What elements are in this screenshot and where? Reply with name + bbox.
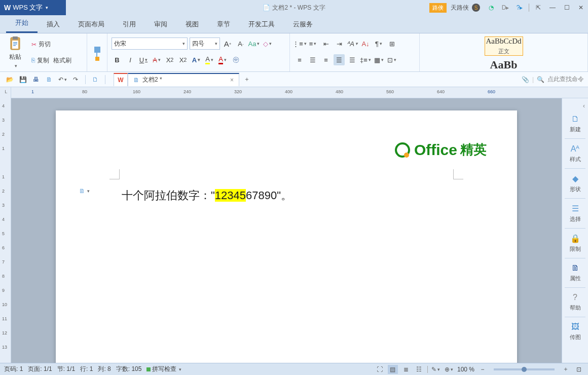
redo-button[interactable]: ↷ — [70, 74, 81, 85]
rsidebar-item-3[interactable]: ☰选择 — [562, 200, 588, 227]
menu-tab-6[interactable]: 章节 — [208, 16, 239, 33]
print-button[interactable]: 🖶 — [30, 74, 42, 85]
shrink-font-button[interactable]: A- — [235, 38, 246, 49]
font-color-button[interactable]: A▾ — [217, 54, 228, 65]
zoom-value[interactable]: 100 % — [457, 366, 474, 373]
grow-font-button[interactable]: A+ — [222, 38, 233, 49]
highlight-button[interactable]: A▾ — [204, 54, 215, 65]
badge[interactable]: 路侠 — [429, 3, 447, 13]
user-avatar-icon[interactable]: S — [472, 4, 480, 12]
view-fullscreen-button[interactable]: ⛶ — [375, 365, 385, 374]
status-charcount[interactable]: 字数: 105 — [116, 365, 142, 373]
superscript-button[interactable]: X2 — [164, 54, 175, 65]
increase-indent-button[interactable]: ⇥ — [334, 38, 345, 49]
canvas-area[interactable]: Office 精英 🗎▾ 十个阿拉伯数字："1234567890"。 — [11, 98, 562, 363]
rsidebar-item-5[interactable]: 🗎属性 — [562, 259, 588, 286]
sort-button[interactable]: A↓ — [360, 38, 371, 49]
rsidebar-item-6[interactable]: ?帮助 — [562, 289, 588, 316]
shading-button[interactable]: ▦▾ — [373, 54, 384, 65]
vertical-ruler[interactable]: 432112345678910111213 — [0, 98, 11, 363]
zoom-out-button[interactable]: − — [477, 365, 488, 374]
open-button[interactable]: 📂 — [4, 74, 15, 85]
status-section[interactable]: 节: 1/1 — [57, 365, 75, 373]
subscript-button[interactable]: X2 — [177, 54, 189, 65]
paste-button[interactable]: 粘贴 ▾ — [3, 36, 27, 68]
view-print-layout-button[interactable]: ▤ — [388, 365, 398, 374]
rsidebar-item-1[interactable]: Aᴬ样式 — [562, 140, 588, 167]
cloud-sync-icon[interactable]: ◔ — [484, 0, 498, 15]
cut-button[interactable]: ✂剪切 — [31, 39, 84, 50]
export-icon[interactable]: ⇱ — [531, 0, 545, 15]
undo-button[interactable]: ↶▾ — [57, 74, 68, 85]
close-button[interactable]: ✕ — [574, 0, 588, 15]
change-case-button[interactable]: Aa▾ — [248, 38, 260, 49]
view-web-button[interactable]: ☷ — [414, 365, 424, 374]
show-marks-button[interactable]: ¶▾ — [373, 38, 384, 49]
status-spellcheck[interactable]: 拼写检查▾ — [146, 365, 181, 373]
help-title-icon[interactable]: ?▸ — [512, 0, 527, 15]
rsidebar-item-2[interactable]: ◆形状 — [562, 170, 588, 197]
status-row[interactable]: 行: 1 — [80, 365, 93, 373]
new-tab-button[interactable]: ＋ — [241, 74, 252, 85]
menu-tab-8[interactable]: 云服务 — [284, 16, 322, 33]
sidebar-collapse[interactable]: ‹ — [562, 101, 588, 110]
align-justify-button[interactable]: ☰ — [334, 54, 345, 65]
menu-tab-4[interactable]: 审阅 — [145, 16, 176, 33]
menu-tab-0[interactable]: 开始 — [6, 14, 38, 33]
settings-d-icon[interactable]: D▸ — [498, 0, 512, 15]
zoom-handle[interactable] — [522, 367, 527, 372]
paragraph-options-button[interactable]: 🗎▾ — [79, 188, 90, 195]
menu-tab-3[interactable]: 引用 — [114, 16, 145, 33]
menu-tab-5[interactable]: 视图 — [176, 16, 208, 33]
distribute-button[interactable]: ☰ — [347, 54, 358, 65]
phonetic-guide-button[interactable]: ᴬA▾ — [347, 38, 358, 49]
status-col[interactable]: 列: 8 — [98, 365, 111, 373]
page[interactable]: Office 精英 🗎▾ 十个阿拉伯数字："1234567890"。 — [56, 110, 517, 363]
document-tab[interactable]: 🗎 文档2 * × — [128, 73, 239, 86]
save-button[interactable]: 💾 — [17, 74, 28, 85]
wps-home-tab[interactable]: W — [114, 73, 128, 86]
copy-button[interactable]: ⎘复制 — [31, 55, 49, 66]
bold-button[interactable]: B — [112, 54, 123, 65]
zoom-slider[interactable] — [494, 368, 555, 370]
align-center-button[interactable]: ☰ — [307, 54, 318, 65]
maximize-button[interactable]: ☐ — [560, 0, 574, 15]
menu-tab-7[interactable]: 开发工具 — [239, 16, 284, 33]
align-right-button[interactable]: ≡ — [320, 54, 332, 65]
menu-tab-1[interactable]: 插入 — [38, 16, 69, 33]
rsidebar-item-0[interactable]: 🗋新建 — [562, 110, 588, 137]
table-borders-button[interactable]: ⊡▾ — [386, 54, 397, 65]
strikethrough-button[interactable]: A▾ — [151, 54, 162, 65]
horizontal-ruler[interactable]: └ 180160240320400480560640660 — [0, 87, 588, 98]
new-doc-quick-button[interactable]: 🗋 — [90, 74, 101, 85]
fit-page-button[interactable]: ⊡ — [574, 365, 584, 374]
zoom-in-button[interactable]: ＋ — [561, 365, 571, 374]
style-0[interactable]: AaBbCcDd正文 — [485, 36, 523, 56]
search-hint-label[interactable]: 点此查找命令 — [547, 75, 584, 84]
circle-text-button[interactable]: ㊥ — [230, 54, 241, 65]
numbering-button[interactable]: ≡▾ — [307, 38, 318, 49]
borders-button[interactable]: ⊞ — [386, 38, 397, 49]
align-left-button[interactable]: ≡ — [294, 54, 305, 65]
bullets-button[interactable]: ⋮≡▾ — [294, 38, 305, 49]
status-page-number[interactable]: 页码: 1 — [4, 365, 23, 373]
rsidebar-item-4[interactable]: 🔒限制 — [562, 230, 588, 257]
underline-button[interactable]: U▾ — [138, 54, 149, 65]
font-name-select[interactable]: 仿宋▾ — [112, 38, 188, 50]
status-page[interactable]: 页面: 1/1 — [28, 365, 52, 373]
line-spacing-button[interactable]: ‡≡▾ — [360, 54, 371, 65]
menu-tab-2[interactable]: 页面布局 — [69, 16, 114, 33]
app-name[interactable]: W WPS 文字 ▾ — [0, 3, 66, 12]
format-painter-button[interactable]: 格式刷 — [53, 55, 71, 66]
minimize-button[interactable]: ― — [545, 0, 560, 15]
brush-icon[interactable] — [90, 45, 104, 61]
text-effects-button[interactable]: A▾ — [191, 54, 202, 65]
track-changes-button[interactable]: ✎▾ — [431, 365, 441, 374]
close-tab-icon[interactable]: × — [230, 77, 234, 84]
user-label[interactable]: 天路侠 — [451, 4, 469, 12]
clear-format-button[interactable]: ◇▾ — [262, 38, 273, 49]
view-outline-button[interactable]: ≣ — [401, 365, 411, 374]
reading-mode-button[interactable]: ⊕▾ — [444, 365, 454, 374]
decrease-indent-button[interactable]: ⇤ — [320, 38, 332, 49]
rsidebar-item-7[interactable]: 🖼传图 — [562, 318, 588, 345]
